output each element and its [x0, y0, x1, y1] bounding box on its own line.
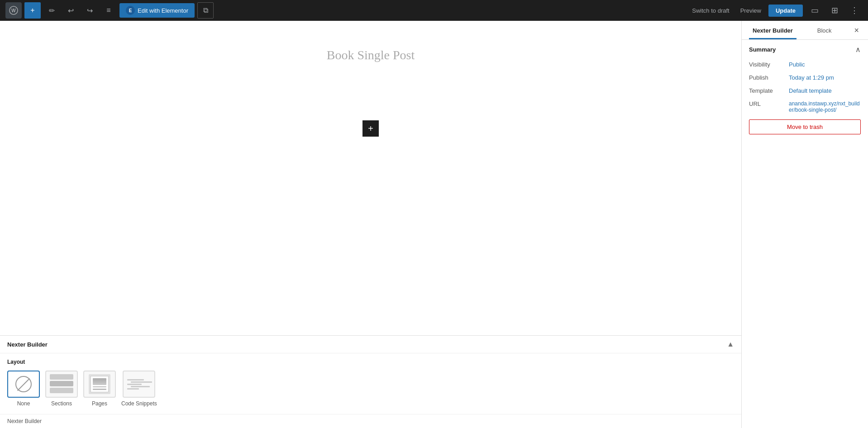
undo-icon: ↩ [68, 6, 74, 15]
layout-option-sections[interactable]: Sections [45, 371, 78, 407]
layout-code-snippets-label: Code Snippets [121, 400, 157, 407]
svg-text:W: W [11, 8, 16, 13]
layout-option-none[interactable]: None [7, 371, 40, 407]
none-symbol [15, 376, 32, 392]
add-block-canvas-button[interactable]: + [362, 120, 379, 137]
preview-label: Preview [740, 7, 761, 14]
undo-button[interactable]: ↩ [62, 2, 79, 19]
section-row-1 [50, 374, 73, 380]
layout-pages-icon [83, 371, 116, 398]
code-line-5 [127, 388, 139, 390]
summary-section: Summary ∧ Visibility Public Publish Toda… [742, 40, 868, 140]
update-button[interactable]: Update [768, 5, 803, 17]
edit-elementor-label: Edit with Elementor [138, 7, 188, 14]
page-line-1 [93, 386, 106, 388]
preview-button[interactable]: Preview [737, 7, 765, 14]
visibility-label: Visibility [749, 61, 785, 68]
right-sidebar: Nexter Builder Block × Summary ∧ Visibil… [741, 21, 868, 428]
layout-options: None Sections [7, 371, 734, 407]
visibility-value[interactable]: Public [789, 61, 805, 68]
layout-option-pages[interactable]: Pages [83, 371, 116, 407]
bottom-panel-collapse-button[interactable]: ▲ [727, 340, 734, 348]
template-label: Template [749, 87, 785, 94]
page-line-2 [93, 389, 106, 390]
publish-value[interactable]: Today at 1:29 pm [789, 74, 834, 81]
sidebar-tabs: Nexter Builder Block × [742, 21, 868, 40]
page-title: Book Single Post [327, 48, 415, 62]
copy-icon: ⧉ [203, 6, 208, 14]
redo-button[interactable]: ↪ [81, 2, 98, 19]
wp-logo-icon: W [9, 6, 18, 15]
bottom-panel: Nexter Builder ▲ Layout None [0, 335, 741, 428]
layout-option-code-snippets[interactable]: Code Snippets [121, 371, 157, 407]
layout-label: Layout [7, 359, 734, 365]
summary-collapse-button[interactable]: ∧ [855, 45, 861, 54]
bottom-footer-title: Nexter Builder [7, 418, 42, 424]
sidebar-close-button[interactable]: × [852, 24, 861, 36]
add-block-toolbar-button[interactable]: + [24, 2, 41, 19]
toolbar: W + ✏ ↩ ↪ ≡ E Edit with Elementor ⧉ [0, 0, 868, 21]
move-to-trash-label: Move to trash [787, 124, 823, 130]
edit-toolbar-button[interactable]: ✏ [43, 2, 60, 19]
close-icon: × [854, 26, 859, 35]
collapse-icon: ▲ [727, 340, 734, 348]
code-line-1 [127, 379, 143, 380]
summary-header: Summary ∧ [749, 45, 861, 54]
sidebar-content: Summary ∧ Visibility Public Publish Toda… [742, 40, 868, 428]
plus-icon: + [30, 6, 34, 14]
edit-with-elementor-button[interactable]: E Edit with Elementor [119, 3, 195, 18]
elementor-icon: E [126, 6, 135, 15]
layout-pages-label: Pages [92, 400, 107, 407]
pages-inner [91, 376, 109, 392]
summary-title: Summary [749, 46, 776, 53]
url-row: URL ananda.instawp.xyz/nxt_builder/book-… [749, 100, 861, 113]
bottom-panel-header: Nexter Builder ▲ [0, 336, 741, 353]
layout-none-icon [7, 371, 40, 398]
tab-block[interactable]: Block [814, 21, 835, 39]
publish-row: Publish Today at 1:29 pm [749, 74, 861, 81]
layout-code-icon [123, 371, 155, 398]
tab-nexter-builder[interactable]: Nexter Builder [749, 21, 796, 39]
summary-collapse-icon: ∧ [855, 46, 861, 53]
view-mode-button[interactable]: ▭ [806, 2, 823, 19]
toolbar-right: Switch to draft Preview Update ▭ ⊞ ⋮ [688, 2, 863, 19]
edit-icon: ✏ [49, 6, 55, 15]
view-mode-icon: ▭ [811, 5, 819, 15]
layout-sections-label: Sections [51, 400, 72, 407]
code-line-4 [131, 386, 150, 387]
redo-icon: ↪ [87, 6, 93, 15]
visibility-row: Visibility Public [749, 61, 861, 68]
wp-logo[interactable]: W [5, 2, 22, 19]
switch-to-draft-button[interactable]: Switch to draft [688, 7, 733, 14]
main-area: Book Single Post + Nexter Builder ▲ Layo… [0, 21, 868, 428]
tab-block-label: Block [817, 27, 832, 34]
add-block-icon: + [368, 124, 373, 134]
list-icon: ≡ [106, 6, 110, 14]
tab-nexter-builder-label: Nexter Builder [753, 27, 793, 34]
sections-symbol [50, 374, 73, 394]
copy-button[interactable]: ⧉ [197, 2, 214, 19]
publish-label: Publish [749, 74, 785, 81]
update-label: Update [776, 7, 796, 14]
move-to-trash-button[interactable]: Move to trash [749, 119, 861, 134]
code-line-3 [127, 384, 141, 385]
page-chart [93, 378, 106, 385]
url-value[interactable]: ananda.instawp.xyz/nxt_builder/book-sing… [789, 100, 861, 113]
bottom-panel-title: Nexter Builder [7, 341, 48, 348]
editor-canvas: Book Single Post + Nexter Builder ▲ Layo… [0, 21, 741, 428]
block-icon: ⊞ [831, 5, 838, 15]
block-inserter-button[interactable]: ⊞ [826, 2, 843, 19]
list-view-button[interactable]: ≡ [100, 2, 117, 19]
url-label: URL [749, 100, 785, 107]
code-line-2 [131, 381, 152, 383]
bottom-footer: Nexter Builder [0, 414, 741, 428]
toolbar-left: W + ✏ ↩ ↪ ≡ E Edit with Elementor ⧉ [5, 2, 214, 19]
section-row-3 [50, 388, 73, 393]
more-options-button[interactable]: ⋮ [846, 2, 863, 19]
code-symbol [127, 374, 151, 394]
layout-none-label: None [17, 400, 30, 407]
more-icon: ⋮ [850, 5, 858, 15]
template-row: Template Default template [749, 87, 861, 94]
bottom-panel-body: Layout None [0, 353, 741, 414]
template-value[interactable]: Default template [789, 87, 832, 94]
